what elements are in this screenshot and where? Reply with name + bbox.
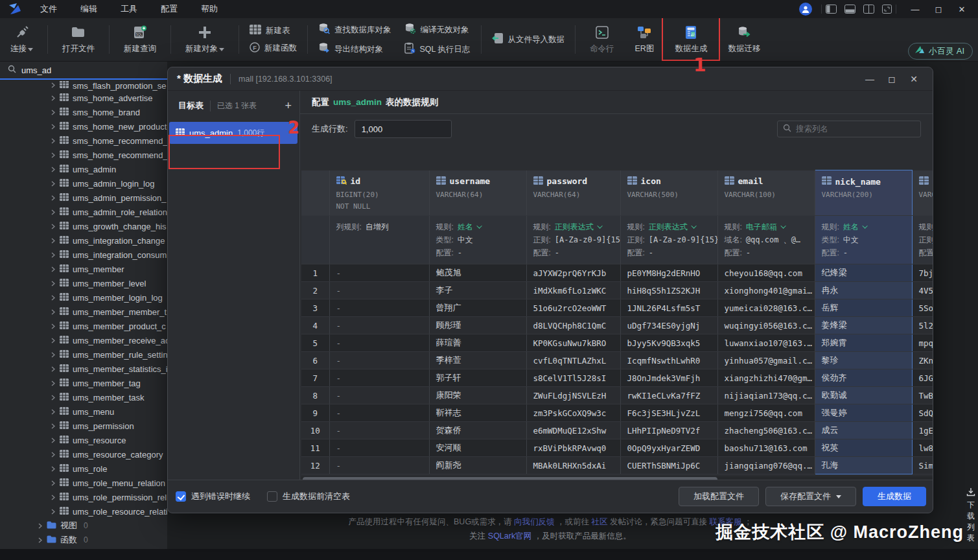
toolbar-button-file-import[interactable]: 从文件导入数据 (492, 32, 565, 47)
tree-table-sms_home_recommend_[interactable]: sms_home_recommend_ (0, 148, 167, 162)
chevron-right-icon[interactable] (51, 477, 56, 489)
rule-line[interactable]: 配置:- (533, 246, 614, 259)
toolbar-button-new-query[interactable]: SQL新建查询 (113, 20, 167, 59)
chevron-right-icon[interactable] (51, 178, 56, 189)
cell-note[interactable]: TwBMD (912, 387, 933, 404)
column-header-password[interactable]: passwordVARCHAR(64) (526, 170, 620, 216)
chevron-right-icon[interactable] (51, 491, 56, 503)
tree-table-sms_home_recommend_[interactable]: sms_home_recommend_ (0, 134, 167, 148)
chevron-right-icon[interactable] (51, 206, 56, 218)
chevron-right-icon[interactable] (51, 149, 56, 161)
cell-note[interactable]: ZKnwr (912, 352, 933, 369)
column-rule-id[interactable]: 列规则:自增列 (329, 216, 429, 264)
cell-nick_name[interactable]: 祝英 (815, 439, 912, 457)
cell-password[interactable]: s8CelV1Tl5J28sI (526, 369, 620, 387)
rule-line[interactable]: 类型:中文 (822, 233, 905, 246)
tree-table-ums_member_member_t[interactable]: ums_member_member_t (0, 305, 167, 319)
cell-id[interactable]: - (329, 439, 429, 457)
column-header-note[interactable]: noteVARCHAR(500) (912, 170, 933, 216)
rule-line[interactable]: 规则:姓名 (822, 220, 905, 233)
cell-id[interactable]: - (329, 334, 429, 352)
tree-table-ums_role_menu_relation[interactable]: ums_role_menu_relation (0, 476, 167, 490)
cell-id[interactable]: - (329, 387, 429, 404)
target-table-item-ums-admin[interactable]: ums_admin 1,000行 (169, 122, 297, 144)
rule-line[interactable]: 正则: (919, 233, 929, 246)
chevron-right-icon[interactable] (38, 520, 43, 531)
cell-email[interactable]: mengzi756@qq.com (717, 404, 815, 422)
menubar-item-编辑[interactable]: 编辑 (71, 1, 106, 17)
cell-password[interactable]: e6mWDMuQE12xShw (526, 422, 620, 439)
cell-note[interactable]: 5l2UZ (912, 317, 933, 334)
cell-id[interactable]: - (329, 282, 429, 299)
toolbar-button-table[interactable]: 新建表 (250, 25, 297, 37)
chevron-right-icon[interactable] (51, 391, 56, 403)
toolbar-button-folder-open[interactable]: 打开文件 (52, 20, 105, 59)
rule-line[interactable]: 类型:中文 (436, 233, 520, 246)
menubar-item-帮助[interactable]: 帮助 (192, 1, 227, 17)
tree-table-sms_home_brand[interactable]: sms_home_brand (0, 105, 167, 119)
rule-line[interactable]: 正则:[A-Za-z0-9]{15} (533, 233, 614, 246)
column-rule-password[interactable]: 规则:正则表达式正则:[A-Za-z0-9]{15}配置:- (526, 216, 620, 264)
cell-username[interactable]: 李子 (429, 282, 526, 299)
cell-username[interactable]: 安河顺 (429, 439, 526, 457)
cell-username[interactable]: 贺森侨 (429, 422, 526, 439)
toolbar-button-plug[interactable]: 连接 (0, 20, 43, 59)
continue-on-error-checkbox[interactable]: 遇到错误时继续 (176, 491, 250, 502)
cell-nick_name[interactable]: 侯劲齐 (815, 369, 912, 387)
column-header-email[interactable]: emailVARCHAR(100) (717, 170, 815, 216)
column-header-username[interactable]: usernameVARCHAR(64) (429, 170, 526, 216)
ai-assistant-button[interactable]: 小百灵 AI (908, 43, 973, 60)
expand-view-icon[interactable] (882, 5, 892, 14)
cell-nick_name[interactable]: 欧勤诚 (815, 387, 912, 404)
cell-email[interactable]: cheyou168@qq.com (717, 264, 815, 282)
checkbox-box[interactable] (176, 491, 186, 502)
cell-password[interactable]: aJYXW2prQ6YrKJb (526, 264, 620, 282)
chevron-right-icon[interactable] (51, 220, 56, 232)
rule-line[interactable]: 配置:- (725, 246, 808, 259)
cell-password[interactable]: MBAk0LRHXn5dxAi (526, 457, 620, 474)
toolbar-button-data-migrate[interactable]: 数据迁移 (717, 20, 771, 59)
cell-icon[interactable]: uDgf734ES0yjgNj (620, 317, 717, 334)
chevron-right-icon[interactable] (51, 263, 56, 275)
cell-icon[interactable]: LHhPIIpNeD9TV2f (620, 422, 717, 439)
tree-table-sms_home_advertise[interactable]: sms_home_advertise (0, 91, 167, 105)
tree-table-ums_resource[interactable]: ums_resource (0, 433, 167, 447)
cell-email[interactable]: yinhua057@gmail.c… (717, 352, 815, 369)
cell-nick_name[interactable]: 岳辉 (815, 299, 912, 317)
cell-email[interactable]: yumeicai028@163.c… (717, 299, 815, 317)
cell-note[interactable]: 5Souc (912, 299, 933, 317)
column-header-icon[interactable]: iconVARCHAR(500) (620, 170, 717, 216)
tree-table-ums_member_statistics_i[interactable]: ums_member_statistics_i (0, 362, 167, 376)
cell-username[interactable]: 康阳荣 (429, 387, 526, 404)
rule-line[interactable]: 配置:- (822, 246, 905, 259)
cell-username[interactable]: 靳祥志 (429, 404, 526, 422)
chevron-right-icon[interactable] (51, 81, 56, 91)
tree-table-ums_member[interactable]: ums_member (0, 262, 167, 276)
cell-username[interactable]: 鲍茂旭 (429, 264, 526, 282)
cell-nick_name[interactable]: 成云 (815, 422, 912, 439)
column-rule-email[interactable]: 规则:电子邮箱域名:@qq.com 、@…配置:- (717, 216, 815, 264)
tree-table-ums_member_rule_settin[interactable]: ums_member_rule_settin (0, 347, 167, 362)
user-avatar-icon[interactable] (799, 3, 812, 16)
cell-nick_name[interactable]: 纪烽梁 (815, 264, 912, 282)
chevron-right-icon[interactable] (51, 363, 56, 375)
tree-table-ums_integration_change[interactable]: ums_integration_change (0, 233, 167, 248)
column-rule-note[interactable]: 规则:正则:配置: (912, 216, 933, 264)
window-maximize-button[interactable]: ◻ (929, 2, 948, 16)
tree-table-ums_menu[interactable]: ums_menu (0, 404, 167, 419)
cell-nick_name[interactable]: 强曼婷 (815, 404, 912, 422)
cell-email[interactable]: xionghong401@gmai… (717, 282, 815, 299)
chevron-right-icon[interactable] (51, 92, 56, 104)
chevron-right-icon[interactable] (51, 420, 56, 432)
column-header-nick_name[interactable]: nick_nameVARCHAR(200) (815, 170, 912, 216)
cell-nick_name[interactable]: 姜烽梁 (815, 317, 912, 334)
chevron-right-icon[interactable] (51, 463, 56, 474)
tree-table-ums_admin_login_log[interactable]: ums_admin_login_log (0, 176, 167, 191)
cell-id[interactable]: - (329, 369, 429, 387)
tree-table-ums_member_login_log[interactable]: ums_member_login_log (0, 290, 167, 305)
cell-username[interactable]: 季梓萱 (429, 352, 526, 369)
cell-nick_name[interactable]: 孔海 (815, 457, 912, 474)
toolbar-button-db-compile[interactable]: 编译无效对象 (404, 23, 471, 37)
rule-line[interactable]: 配置:- (627, 246, 711, 259)
window-close-button[interactable]: ✕ (952, 2, 972, 16)
